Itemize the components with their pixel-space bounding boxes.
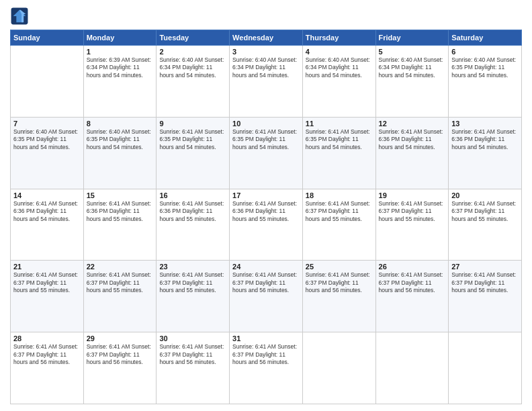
day-info: Sunrise: 6:41 AM Sunset: 6:37 PM Dayligh… [159,343,226,366]
calendar-cell: 21Sunrise: 6:41 AM Sunset: 6:37 PM Dayli… [11,261,84,332]
day-info: Sunrise: 6:41 AM Sunset: 6:37 PM Dayligh… [306,271,373,294]
day-info: Sunrise: 6:41 AM Sunset: 6:36 PM Dayligh… [13,200,81,223]
calendar-cell: 31Sunrise: 6:41 AM Sunset: 6:37 PM Dayli… [230,332,303,404]
day-info: Sunrise: 6:39 AM Sunset: 6:34 PM Dayligh… [87,56,154,79]
calendar-cell: 8Sunrise: 6:40 AM Sunset: 6:35 PM Daylig… [83,117,157,189]
calendar-cell: 17Sunrise: 6:41 AM Sunset: 6:36 PM Dayli… [230,189,303,261]
day-info: Sunrise: 6:41 AM Sunset: 6:35 PM Dayligh… [306,128,373,151]
day-number: 14 [13,191,81,199]
day-info: Sunrise: 6:41 AM Sunset: 6:36 PM Dayligh… [159,200,226,223]
day-info: Sunrise: 6:41 AM Sunset: 6:37 PM Dayligh… [159,271,226,294]
calendar-cell: 26Sunrise: 6:41 AM Sunset: 6:37 PM Dayli… [375,261,449,332]
weekday-header-saturday: Saturday [449,30,522,46]
weekday-header-row: SundayMondayTuesdayWednesdayThursdayFrid… [11,30,522,46]
day-number: 1 [87,48,154,56]
day-number: 16 [159,191,226,199]
day-number: 17 [232,191,300,199]
calendar-cell: 1Sunrise: 6:39 AM Sunset: 6:34 PM Daylig… [83,46,157,118]
day-number: 23 [159,263,226,271]
calendar-cell: 29Sunrise: 6:41 AM Sunset: 6:37 PM Dayli… [83,332,157,404]
page: SundayMondayTuesdayWednesdayThursdayFrid… [0,0,532,411]
day-number: 4 [306,48,373,56]
day-number: 21 [13,263,81,271]
week-row-4: 28Sunrise: 6:41 AM Sunset: 6:37 PM Dayli… [11,332,522,404]
weekday-header-tuesday: Tuesday [157,30,230,46]
weekday-header-sunday: Sunday [11,30,84,46]
calendar-cell: 16Sunrise: 6:41 AM Sunset: 6:36 PM Dayli… [157,189,230,261]
day-number: 27 [451,263,519,271]
day-info: Sunrise: 6:41 AM Sunset: 6:37 PM Dayligh… [87,343,154,366]
day-number: 24 [232,263,300,271]
calendar-cell: 30Sunrise: 6:41 AM Sunset: 6:37 PM Dayli… [157,332,230,404]
day-info: Sunrise: 6:41 AM Sunset: 6:37 PM Dayligh… [13,271,81,294]
calendar-cell [449,332,522,404]
calendar-cell: 9Sunrise: 6:41 AM Sunset: 6:35 PM Daylig… [157,117,230,189]
calendar-cell: 12Sunrise: 6:41 AM Sunset: 6:36 PM Dayli… [375,117,449,189]
calendar-cell: 28Sunrise: 6:41 AM Sunset: 6:37 PM Dayli… [11,332,84,404]
day-number: 8 [87,120,154,128]
day-number: 15 [87,191,154,199]
calendar-cell: 6Sunrise: 6:40 AM Sunset: 6:35 PM Daylig… [449,46,522,118]
day-info: Sunrise: 6:40 AM Sunset: 6:35 PM Dayligh… [13,128,81,151]
day-number: 31 [232,334,300,342]
day-info: Sunrise: 6:41 AM Sunset: 6:37 PM Dayligh… [232,271,300,294]
calendar-cell: 3Sunrise: 6:40 AM Sunset: 6:34 PM Daylig… [230,46,303,118]
day-number: 7 [13,120,81,128]
calendar-cell: 15Sunrise: 6:41 AM Sunset: 6:36 PM Dayli… [83,189,157,261]
calendar-table: SundayMondayTuesdayWednesdayThursdayFrid… [10,30,522,404]
calendar-cell: 13Sunrise: 6:41 AM Sunset: 6:36 PM Dayli… [449,117,522,189]
weekday-header-monday: Monday [83,30,157,46]
day-info: Sunrise: 6:41 AM Sunset: 6:37 PM Dayligh… [13,343,81,366]
day-info: Sunrise: 6:41 AM Sunset: 6:37 PM Dayligh… [451,271,519,294]
calendar-cell: 19Sunrise: 6:41 AM Sunset: 6:37 PM Dayli… [375,189,449,261]
calendar-cell: 25Sunrise: 6:41 AM Sunset: 6:37 PM Dayli… [302,261,375,332]
calendar-cell: 22Sunrise: 6:41 AM Sunset: 6:37 PM Dayli… [83,261,157,332]
calendar-cell: 10Sunrise: 6:41 AM Sunset: 6:35 PM Dayli… [230,117,303,189]
day-info: Sunrise: 6:41 AM Sunset: 6:37 PM Dayligh… [232,343,300,366]
calendar-cell: 11Sunrise: 6:41 AM Sunset: 6:35 PM Dayli… [302,117,375,189]
week-row-1: 7Sunrise: 6:40 AM Sunset: 6:35 PM Daylig… [11,117,522,189]
week-row-3: 21Sunrise: 6:41 AM Sunset: 6:37 PM Dayli… [11,261,522,332]
day-info: Sunrise: 6:41 AM Sunset: 6:35 PM Dayligh… [232,128,300,151]
calendar-cell [375,332,449,404]
week-row-0: 1Sunrise: 6:39 AM Sunset: 6:34 PM Daylig… [11,46,522,118]
calendar-cell: 2Sunrise: 6:40 AM Sunset: 6:34 PM Daylig… [157,46,230,118]
day-info: Sunrise: 6:40 AM Sunset: 6:34 PM Dayligh… [379,56,446,79]
calendar-cell [302,332,375,404]
logo-icon [10,7,29,26]
day-number: 29 [87,334,154,342]
day-info: Sunrise: 6:41 AM Sunset: 6:37 PM Dayligh… [451,200,519,223]
calendar-cell [11,46,84,118]
day-info: Sunrise: 6:41 AM Sunset: 6:37 PM Dayligh… [306,200,373,223]
weekday-header-thursday: Thursday [302,30,375,46]
calendar-cell: 7Sunrise: 6:40 AM Sunset: 6:35 PM Daylig… [11,117,84,189]
calendar-cell: 27Sunrise: 6:41 AM Sunset: 6:37 PM Dayli… [449,261,522,332]
day-info: Sunrise: 6:41 AM Sunset: 6:36 PM Dayligh… [379,128,446,151]
day-number: 11 [306,120,373,128]
day-number: 22 [87,263,154,271]
day-number: 5 [379,48,446,56]
day-info: Sunrise: 6:41 AM Sunset: 6:37 PM Dayligh… [87,271,154,294]
day-info: Sunrise: 6:41 AM Sunset: 6:35 PM Dayligh… [159,128,226,151]
day-number: 6 [451,48,519,56]
day-number: 30 [159,334,226,342]
day-number: 26 [379,263,446,271]
day-number: 3 [232,48,300,56]
day-number: 10 [232,120,300,128]
day-number: 19 [379,191,446,199]
day-info: Sunrise: 6:41 AM Sunset: 6:36 PM Dayligh… [451,128,519,151]
calendar-cell: 18Sunrise: 6:41 AM Sunset: 6:37 PM Dayli… [302,189,375,261]
day-number: 13 [451,120,519,128]
day-number: 18 [306,191,373,199]
calendar-cell: 20Sunrise: 6:41 AM Sunset: 6:37 PM Dayli… [449,189,522,261]
calendar-cell: 24Sunrise: 6:41 AM Sunset: 6:37 PM Dayli… [230,261,303,332]
calendar-cell: 23Sunrise: 6:41 AM Sunset: 6:37 PM Dayli… [157,261,230,332]
day-info: Sunrise: 6:40 AM Sunset: 6:35 PM Dayligh… [451,56,519,79]
logo [10,7,32,26]
weekday-header-friday: Friday [375,30,449,46]
day-number: 12 [379,120,446,128]
day-info: Sunrise: 6:40 AM Sunset: 6:34 PM Dayligh… [306,56,373,79]
weekday-header-wednesday: Wednesday [230,30,303,46]
day-info: Sunrise: 6:40 AM Sunset: 6:34 PM Dayligh… [232,56,300,79]
day-number: 2 [159,48,226,56]
